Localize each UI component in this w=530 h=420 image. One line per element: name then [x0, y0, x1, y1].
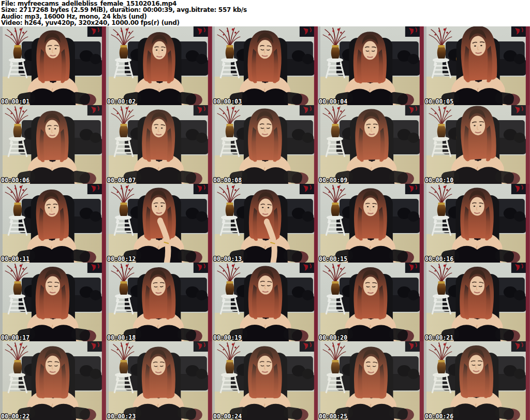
right-wall-strip: [102, 184, 106, 263]
webcam-scene-art: [424, 341, 530, 420]
video-frame-thumbnail: 00:00:08: [212, 105, 318, 184]
video-frame-thumbnail: 00:00:12: [106, 184, 212, 263]
timestamp-overlay: 00:00:16: [425, 255, 453, 262]
picture-frame: [511, 263, 526, 273]
webcam-scene-art: [0, 105, 106, 184]
picture-frame: [87, 184, 102, 194]
right-wall-strip: [208, 26, 212, 105]
timestamp-overlay: 00:00:07: [107, 177, 136, 183]
video-contact-sheet: File: myfreecams_adellebliss_female_1510…: [0, 0, 530, 420]
picture-frame: [194, 26, 209, 37]
video-frame-thumbnail: 00:00:23: [106, 341, 212, 420]
picture-frame: [511, 184, 526, 194]
timestamp-overlay: 00:00:26: [425, 413, 453, 419]
video-info-line: Video: h264, yuv420p, 320x240, 1000.00 f…: [1, 20, 530, 26]
webcam-scene-art: [424, 26, 530, 105]
timestamp-overlay: 00:00:21: [425, 334, 453, 341]
video-frame-thumbnail: 00:00:11: [0, 184, 106, 263]
webcam-scene-art: [212, 184, 318, 263]
right-wall-strip: [208, 263, 212, 341]
timestamp-overlay: 00:00:12: [107, 255, 136, 262]
webcam-scene-art: [318, 263, 424, 341]
picture-frame: [299, 26, 314, 37]
timestamp-overlay: 00:00:08: [213, 177, 242, 183]
video-frame-thumbnail: 00:00:18: [106, 263, 212, 341]
right-wall-strip: [526, 26, 530, 105]
picture-frame: [405, 263, 420, 273]
webcam-scene-art: [424, 184, 530, 263]
picture-frame: [194, 184, 209, 194]
webcam-scene-art: [0, 263, 106, 341]
video-frame-thumbnail: 00:00:15: [318, 184, 424, 263]
video-frame-thumbnail: 00:00:05: [424, 26, 530, 105]
timestamp-overlay: 00:00:02: [107, 98, 136, 105]
picture-frame: [87, 26, 102, 37]
webcam-scene-art: [318, 184, 424, 263]
timestamp-overlay: 00:00:20: [319, 334, 347, 341]
timestamp-overlay: 00:00:13: [213, 255, 242, 262]
right-wall-strip: [420, 184, 424, 263]
webcam-scene-art: [0, 26, 106, 105]
webcam-scene-art: [212, 105, 318, 184]
right-wall-strip: [102, 26, 106, 105]
video-frame-thumbnail: 00:00:07: [106, 105, 212, 184]
timestamp-overlay: 00:00:23: [107, 413, 136, 419]
video-frame-thumbnail: 00:00:17: [0, 263, 106, 341]
video-frame-thumbnail: 00:00:19: [212, 263, 318, 341]
timestamp-overlay: 00:00:25: [319, 413, 347, 419]
video-frame-thumbnail: 00:00:06: [0, 105, 106, 184]
right-wall-strip: [526, 184, 530, 263]
size-info-line: Size: 2717268 bytes (2.59 MiB), duration…: [1, 7, 530, 13]
timestamp-overlay: 00:00:22: [1, 413, 30, 419]
webcam-scene-art: [318, 26, 424, 105]
right-wall-strip: [102, 263, 106, 341]
webcam-scene-art: [106, 105, 212, 184]
timestamp-overlay: 00:00:24: [213, 413, 242, 419]
video-frame-thumbnail: 00:00:13: [212, 184, 318, 263]
timestamp-overlay: 00:00:05: [425, 98, 453, 105]
webcam-scene-art: [0, 184, 106, 263]
timestamp-overlay: 00:00:10: [425, 177, 453, 183]
timestamp-overlay: 00:00:03: [213, 98, 242, 105]
timestamp-overlay: 00:00:15: [319, 255, 347, 262]
timestamp-overlay: 00:00:06: [1, 177, 30, 183]
video-frame-thumbnail: 00:00:20: [318, 263, 424, 341]
webcam-scene-art: [106, 26, 212, 105]
right-wall-strip: [314, 26, 318, 105]
thumbnail-grid: 00:00:01: [0, 26, 530, 420]
video-frame-thumbnail: 00:00:26: [424, 341, 530, 420]
webcam-scene-art: [106, 263, 212, 341]
timestamp-overlay: 00:00:19: [213, 334, 242, 341]
webcam-scene-art: [212, 26, 318, 105]
right-wall-strip: [420, 26, 424, 105]
webcam-scene-art: [424, 105, 530, 184]
right-wall-strip: [314, 184, 318, 263]
video-frame-thumbnail: 00:00:22: [0, 341, 106, 420]
picture-frame: [87, 263, 102, 273]
right-wall-strip: [420, 263, 424, 341]
timestamp-overlay: 00:00:09: [319, 177, 347, 183]
video-frame-thumbnail: 00:00:21: [424, 263, 530, 341]
file-metadata-header: File: myfreecams_adellebliss_female_1510…: [0, 0, 530, 26]
timestamp-overlay: 00:00:11: [1, 255, 30, 262]
webcam-scene-art: [318, 341, 424, 420]
video-frame-thumbnail: 00:00:10: [424, 105, 530, 184]
picture-frame: [299, 184, 314, 194]
video-frame-thumbnail: 00:00:25: [318, 341, 424, 420]
timestamp-overlay: 00:00:17: [1, 334, 30, 341]
right-wall-strip: [314, 263, 318, 341]
webcam-scene-art: [0, 341, 106, 420]
video-frame-thumbnail: 00:00:04: [318, 26, 424, 105]
picture-frame: [405, 26, 420, 37]
video-frame-thumbnail: 00:00:01: [0, 26, 106, 105]
picture-frame: [405, 184, 420, 194]
webcam-scene-art: [106, 184, 212, 263]
timestamp-overlay: 00:00:04: [319, 98, 347, 105]
right-wall-strip: [526, 263, 530, 341]
webcam-scene-art: [424, 263, 530, 341]
picture-frame: [194, 263, 209, 273]
video-frame-thumbnail: 00:00:02: [106, 26, 212, 105]
picture-frame: [299, 263, 314, 273]
video-frame-thumbnail: 00:00:09: [318, 105, 424, 184]
video-frame-thumbnail: 00:00:24: [212, 341, 318, 420]
